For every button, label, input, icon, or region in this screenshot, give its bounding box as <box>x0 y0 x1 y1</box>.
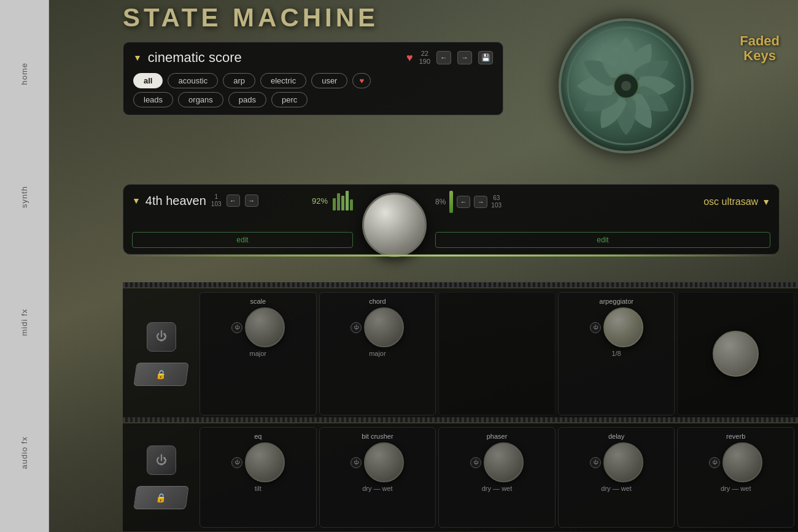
module-reverb-label: reverb <box>726 433 745 440</box>
filter-electric[interactable]: electric <box>260 73 306 88</box>
inst-a-dropdown-arrow[interactable]: ▼ <box>132 196 141 206</box>
title-bar: STATE MACHINE <box>123 3 798 33</box>
svg-point-3 <box>621 81 631 91</box>
filter-acoustic[interactable]: acoustic <box>168 73 218 88</box>
inst-b-level-bar <box>449 191 453 213</box>
sidebar-item-home[interactable]: home <box>17 56 32 91</box>
inst-b-name: osc ultrasaw <box>505 196 758 207</box>
vol-bar-4 <box>346 191 349 210</box>
main-area: STATE MACHINE <box>49 0 798 532</box>
preset-count-current: 22 <box>421 50 428 57</box>
delay-knob[interactable] <box>603 442 643 482</box>
hatch-audio-top <box>123 417 798 422</box>
inst-a-nav-next[interactable]: → <box>245 195 258 207</box>
sidebar-item-audiofx[interactable]: audio fx <box>17 430 32 476</box>
chord-power-btn[interactable]: ⏻ <box>351 322 362 333</box>
module-delay-sublabel: dry — wet <box>601 485 632 492</box>
inst-b-nav-prev[interactable]: ← <box>457 196 470 208</box>
preset-count-total: 190 <box>419 58 430 65</box>
filter-row-1: all acoustic arp electric user ♥ <box>133 73 493 88</box>
midi-fx-controls: ⏻ 🔒 <box>123 288 200 419</box>
logo-line1: Faded <box>740 34 780 48</box>
reverb-power-btn[interactable]: ⏻ <box>709 457 720 468</box>
vol-bar-2 <box>337 193 340 210</box>
filter-all[interactable]: all <box>133 73 163 88</box>
preset-favorite-icon[interactable]: ♥ <box>406 52 413 64</box>
module-delay-label: delay <box>608 433 624 440</box>
filter-arp[interactable]: arp <box>223 73 255 88</box>
inst-a-name: 4th heaven <box>145 194 206 208</box>
app-title: STATE MACHINE <box>123 3 379 32</box>
filter-perc[interactable]: perc <box>271 92 308 107</box>
chord-power-row: ⏻ <box>351 307 404 347</box>
inst-a-edit-btn[interactable]: edit <box>132 232 353 248</box>
preset-dropdown-arrow[interactable]: ▼ <box>133 53 142 63</box>
hatch-midi-top <box>123 282 798 287</box>
sidebar-item-synth[interactable]: synth <box>17 180 32 214</box>
turbine-graphic <box>559 18 694 153</box>
eq-power-btn[interactable]: ⏻ <box>231 457 242 468</box>
inst-b-dropdown-arrow[interactable]: ▼ <box>762 197 770 207</box>
inst-a-counter: 1 103 <box>211 193 222 208</box>
delay-power-btn[interactable]: ⏻ <box>590 457 601 468</box>
instrument-a-panel: ▼ 4th heaven 1 103 ← → 92% edit <box>132 191 353 248</box>
module-empty-midi <box>438 292 556 415</box>
main-volume-knob[interactable] <box>362 193 427 257</box>
filter-favorites[interactable]: ♥ <box>352 73 371 88</box>
module-delay: delay ⏻ dry — wet <box>558 427 675 528</box>
chord-knob[interactable] <box>364 307 404 347</box>
filter-leads[interactable]: leads <box>133 92 173 107</box>
inst-a-count-tot: 103 <box>211 201 222 208</box>
module-reverb-sublabel: dry — wet <box>721 485 751 492</box>
reverb-knob[interactable] <box>722 442 762 482</box>
phaser-knob[interactable] <box>484 442 524 482</box>
scale-knob[interactable] <box>245 307 285 347</box>
inst-b-edit-btn[interactable]: edit <box>435 232 770 248</box>
inst-b-name-row: 8% ← → 63 103 osc ultrasaw ▼ <box>435 191 770 213</box>
module-midi-right <box>677 292 794 415</box>
inst-b-nav-next[interactable]: → <box>474 196 487 208</box>
eq-knob[interactable] <box>245 442 285 482</box>
audio-fx-power-btn[interactable]: ⏻ <box>147 445 176 475</box>
module-chord: chord ⏻ major <box>319 292 436 415</box>
scale-power-btn[interactable]: ⏻ <box>231 322 242 333</box>
module-arp-label: arpeggiator <box>599 298 633 305</box>
reverb-power-row: ⏻ <box>709 442 762 482</box>
module-eq-label: eq <box>254 433 261 440</box>
sidebar-item-midifx[interactable]: midi fx <box>17 303 32 342</box>
preset-save-btn[interactable]: 💾 <box>478 51 493 64</box>
audio-fx-modules: eq ⏻ tilt bit crusher ⏻ dry — wet phaser <box>200 423 798 531</box>
module-arp-sublabel: 1/8 <box>611 350 621 357</box>
midi-fx-lock-btn[interactable]: 🔒 <box>133 363 188 386</box>
vol-bar-1 <box>333 198 336 210</box>
preset-header: ▼ cinematic score ♥ 22 190 ← → 💾 <box>133 50 493 66</box>
instrument-b-panel: 8% ← → 63 103 osc ultrasaw ▼ edit <box>435 191 770 248</box>
bc-knob[interactable] <box>364 442 404 482</box>
phaser-power-btn[interactable]: ⏻ <box>470 457 481 468</box>
bc-power-btn[interactable]: ⏻ <box>351 457 362 468</box>
arp-power-btn[interactable]: ⏻ <box>590 322 601 333</box>
audio-fx-lock-btn[interactable]: 🔒 <box>133 486 188 509</box>
filter-pads[interactable]: pads <box>228 92 266 107</box>
module-bc-label: bit crusher <box>362 433 393 440</box>
delay-power-row: ⏻ <box>590 442 643 482</box>
preset-nav-next[interactable]: → <box>457 51 472 64</box>
filter-organs[interactable]: organs <box>178 92 223 107</box>
inst-a-nav-prev[interactable]: ← <box>227 195 240 207</box>
main-volume-knob-container <box>360 191 428 258</box>
midi-fx-power-btn[interactable]: ⏻ <box>147 322 176 352</box>
vol-bar-5 <box>350 199 353 210</box>
scale-power-row: ⏻ <box>231 307 285 347</box>
module-scale: scale ⏻ major <box>200 292 317 415</box>
midi-right-knob[interactable] <box>713 331 759 377</box>
module-scale-label: scale <box>250 298 266 305</box>
filter-user[interactable]: user <box>311 73 347 88</box>
preset-nav-prev[interactable]: ← <box>436 51 451 64</box>
module-chord-sublabel: major <box>369 350 386 357</box>
arp-knob[interactable] <box>603 307 643 347</box>
module-arpeggiator: arpeggiator ⏻ 1/8 <box>558 292 675 415</box>
module-phaser-label: phaser <box>487 433 508 440</box>
module-eq-sublabel: tilt <box>255 485 261 492</box>
inst-b-percent: 8% <box>435 198 446 206</box>
midi-fx-section: ⏻ 🔒 scale ⏻ major chord ⏻ majo <box>123 287 798 419</box>
